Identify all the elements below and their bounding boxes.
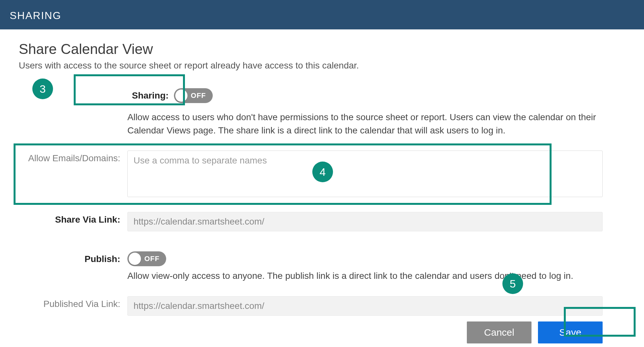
published-link-input[interactable] [127, 296, 603, 316]
publish-row: Publish: OFF Allow view-only access to a… [19, 251, 625, 283]
spacer [19, 84, 127, 86]
share-link-row: Share Via Link: [19, 212, 625, 231]
published-link-label: Published Via Link: [19, 296, 127, 309]
dialog-title: SHARING [10, 10, 61, 21]
dialog-content: Share Calendar View Users with access to… [0, 29, 644, 347]
save-button[interactable]: Save [538, 321, 603, 343]
toggle-knob-icon [175, 89, 188, 102]
share-link-label: Share Via Link: [19, 212, 127, 225]
sharing-toggle-state: OFF [188, 91, 211, 100]
allow-emails-field [127, 151, 625, 198]
sharing-toggle[interactable]: OFF [174, 88, 213, 103]
sharing-field: Sharing: OFF Allow access to users who d… [127, 84, 625, 137]
sharing-row: Sharing: OFF Allow access to users who d… [19, 84, 625, 137]
panel-subheading: Users with access to the source sheet or… [19, 60, 625, 71]
publish-description: Allow view-only access to anyone. The pu… [127, 269, 603, 283]
published-link-row: Published Via Link: [19, 296, 625, 316]
publish-label: Publish: [19, 251, 127, 264]
cancel-button[interactable]: Cancel [467, 321, 531, 343]
publish-toggle[interactable]: OFF [127, 251, 166, 266]
sharing-label: Sharing: [132, 90, 169, 101]
panel-heading: Share Calendar View [19, 41, 625, 57]
share-dialog: SHARING Share Calendar View Users with a… [0, 0, 644, 347]
allow-emails-row: Allow Emails/Domains: [19, 151, 625, 198]
allow-emails-label: Allow Emails/Domains: [19, 151, 127, 163]
publish-toggle-state: OFF [141, 255, 165, 263]
dialog-titlebar: SHARING [0, 0, 644, 29]
toggle-knob-icon [129, 253, 141, 265]
share-link-input[interactable] [127, 212, 603, 231]
sharing-description: Allow access to users who don't have per… [127, 111, 603, 137]
button-row: Cancel Save [19, 320, 625, 343]
allow-emails-input[interactable] [127, 151, 603, 197]
